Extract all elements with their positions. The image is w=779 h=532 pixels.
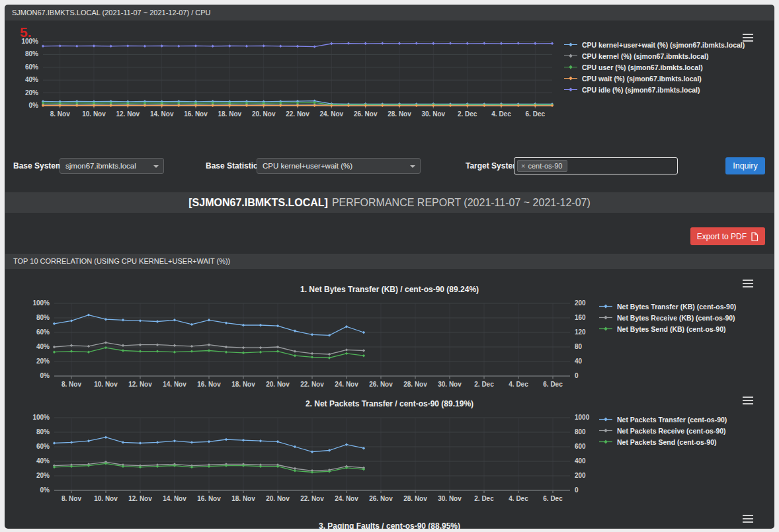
remove-tag-icon[interactable]: × [521,161,525,171]
svg-text:2. Dec: 2. Dec [474,381,494,388]
svg-text:0: 0 [575,486,579,494]
svg-text:40%: 40% [36,343,50,350]
export-to-pdf-button[interactable]: Export to PDF [690,227,765,245]
legend-item[interactable]: Net Packets Transfer (cent-os-90) [598,414,727,425]
legend-item-label: Net Packets Receive (cent-os-90) [617,427,726,435]
svg-text:20. Nov: 20. Nov [266,495,290,502]
svg-text:22. Nov: 22. Nov [300,381,324,388]
legend-item[interactable]: Net Bytes Receive (KB) (cent-os-90) [598,312,736,323]
legend-item[interactable]: Net Packets Send (cent-os-90) [598,436,727,447]
svg-text:12. Nov: 12. Nov [116,110,140,118]
svg-text:2. Dec: 2. Dec [474,495,494,502]
svg-text:8. Nov: 8. Nov [62,381,81,388]
cpu-chart-legend: CPU kernel+user+wait (%) (sjmon67.ibmkts… [563,39,745,95]
legend-item-label: CPU kernel+user+wait (%) (sjmon67.ibmkts… [582,41,745,49]
legend-item[interactable]: Paging Faults (cent-os-90) [598,525,704,529]
svg-text:16. Nov: 16. Nov [197,495,221,502]
legend-marker-icon [598,439,613,445]
base-system-select[interactable]: sjmon67.ibmkts.local [60,158,164,174]
svg-text:120: 120 [575,328,586,336]
svg-text:10. Nov: 10. Nov [82,110,106,118]
legend-item[interactable]: Net Packets Receive (cent-os-90) [598,425,727,436]
chart-context-menu-icon[interactable] [743,397,753,406]
svg-text:10. Nov: 10. Nov [94,495,118,502]
svg-text:20. Nov: 20. Nov [252,110,276,118]
svg-text:60%: 60% [36,443,50,450]
svg-text:28. Nov: 28. Nov [388,110,411,118]
target-system-tag-label: cent-os-90 [528,161,562,171]
svg-text:600: 600 [575,443,586,450]
svg-text:0%: 0% [29,102,39,109]
svg-text:100%: 100% [32,414,50,421]
cpu-chart: 8. Nov10. Nov12. Nov14. Nov16. Nov18. No… [5,28,774,145]
page-header-title: SJMON67.IBMKTS.LOCAL (2021-11-07 ~ 2021-… [12,9,211,17]
legend-marker-icon [598,315,613,321]
svg-text:1000: 1000 [575,414,590,421]
legend-marker-icon [563,75,578,81]
legend-item-label: Net Packets Transfer (cent-os-90) [617,416,727,424]
cpu-chart-plot: 8. Nov10. Nov12. Nov14. Nov16. Nov18. No… [10,34,557,121]
svg-text:160: 160 [575,314,586,321]
svg-text:0%: 0% [40,486,50,494]
svg-text:16. Nov: 16. Nov [197,381,221,388]
net-packets-chart-plot: 8. Nov10. Nov12. Nov14. Nov16. Nov18. No… [18,414,600,506]
base-statistic-select[interactable]: CPU kernel+user+wait (%) [257,158,421,174]
svg-text:24. Nov: 24. Nov [320,110,344,118]
chevron-down-icon [410,165,415,168]
legend-marker-icon [598,428,613,434]
chart-context-menu-icon[interactable] [743,34,753,44]
legend-item-label: CPU idle (%) (sjmon67.ibmkts.local) [582,86,700,94]
svg-text:40%: 40% [36,457,50,465]
chart-title: 2. Net Packets Transfer / cent-os-90 (89… [5,399,774,408]
svg-text:20%: 20% [25,89,38,96]
legend-item[interactable]: Net Bytes Transfer (KB) (cent-os-90) [598,301,736,312]
net-bytes-chart: 1. Net Bytes Transfer (KB) / cent-os-90 … [5,274,774,397]
chart-context-menu-icon[interactable] [743,515,753,525]
svg-text:200: 200 [575,299,586,307]
svg-text:8. Nov: 8. Nov [50,110,70,118]
svg-text:20%: 20% [36,472,50,479]
legend-item-label: CPU wait (%) (sjmon67.ibmkts.local) [582,75,702,83]
svg-text:80%: 80% [36,314,50,321]
legend-item[interactable]: CPU idle (%) (sjmon67.ibmkts.local) [563,84,745,95]
legend-marker-icon [563,87,578,93]
svg-text:28. Nov: 28. Nov [403,381,427,388]
page-header: SJMON67.IBMKTS.LOCAL (2021-11-07 ~ 2021-… [5,5,774,20]
svg-text:30. Nov: 30. Nov [422,110,446,118]
target-system-tag: × cent-os-90 [517,160,567,172]
svg-text:40%: 40% [25,76,38,83]
legend-marker-icon [563,42,578,48]
base-system-value: sjmon67.ibmkts.local [65,162,136,170]
legend-item[interactable]: Net Bytes Send (KB) (cent-os-90) [598,323,736,334]
base-statistic-label: Base Statistic [206,157,258,174]
dashboard: SJMON67.IBMKTS.LOCAL (2021-11-07 ~ 2021-… [5,5,774,529]
svg-text:14. Nov: 14. Nov [163,495,186,502]
svg-text:80: 80 [575,343,583,350]
net-packets-chart-legend: Net Packets Transfer (cent-os-90)Net Pac… [598,414,727,447]
report-title-bar: [SJMON67.IBMKTS.LOCAL]PERFORMANCE REPORT… [5,192,774,213]
legend-marker-icon [598,326,613,332]
top10-section-header: TOP 10 CORRELATION (USING CPU KERNEL+USE… [5,254,774,269]
svg-text:12. Nov: 12. Nov [128,381,152,388]
inquiry-button[interactable]: Inquiry [725,157,765,174]
net-bytes-chart-plot: 8. Nov10. Nov12. Nov14. Nov16. Nov18. No… [18,299,600,392]
legend-item[interactable]: CPU kernel (%) (sjmon67.ibmkts.local) [563,50,745,61]
legend-marker-icon [598,528,613,529]
svg-text:30. Nov: 30. Nov [438,381,462,388]
base-statistic-value: CPU kernel+user+wait (%) [263,162,352,170]
paging-faults-chart-legend: Paging Faults (cent-os-90) [598,525,704,529]
chart-context-menu-icon[interactable] [743,280,753,289]
chevron-down-icon [153,165,159,168]
legend-item[interactable]: CPU user (%) (sjmon67.ibmkts.local) [563,61,745,73]
legend-item-label: CPU user (%) (sjmon67.ibmkts.local) [582,63,703,71]
svg-text:12. Nov: 12. Nov [128,495,152,502]
svg-text:200: 200 [575,472,586,479]
svg-text:26. Nov: 26. Nov [369,495,393,502]
legend-item[interactable]: CPU kernel+user+wait (%) (sjmon67.ibmkts… [563,39,745,50]
target-system-input[interactable]: × cent-os-90 [514,157,678,174]
legend-item[interactable]: CPU wait (%) (sjmon67.ibmkts.local) [563,73,745,84]
svg-text:30. Nov: 30. Nov [438,495,462,502]
report-title-text: PERFORMANCE REPORT (2021-11-07 ~ 2021-12… [332,197,591,208]
svg-text:8. Nov: 8. Nov [62,495,81,502]
net-bytes-chart-legend: Net Bytes Transfer (KB) (cent-os-90)Net … [598,301,736,334]
